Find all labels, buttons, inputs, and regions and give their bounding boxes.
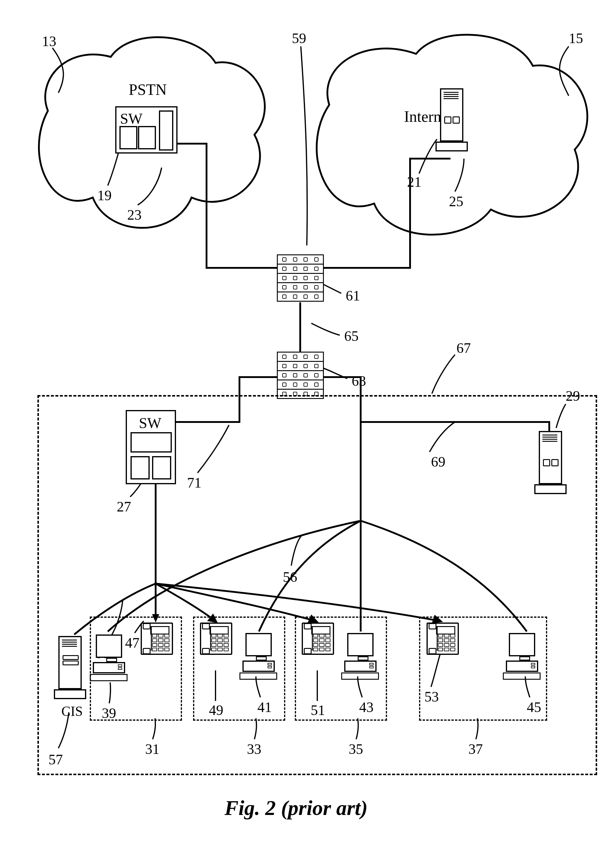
- ref-13: 13: [42, 33, 56, 49]
- pstn-switch: SW: [115, 106, 177, 154]
- ref-59: 59: [292, 30, 306, 46]
- phone-53: [427, 623, 459, 655]
- pstn-sw-label: SW: [120, 110, 142, 127]
- call-center-switch: SW: [126, 410, 176, 484]
- cc-sw-label: SW: [139, 414, 161, 432]
- router-1: [277, 254, 324, 302]
- cis-server: [59, 636, 79, 699]
- ref-67: 67: [456, 340, 471, 356]
- pc-39: [96, 634, 128, 681]
- ref-65: 65: [344, 328, 359, 344]
- diagram-canvas: PSTN Internet 13 15 59 19 23 21 25 61 65…: [6, 6, 616, 841]
- ref-63: 63: [352, 373, 366, 389]
- ref-15: 15: [569, 30, 583, 46]
- ref-25: 25: [449, 193, 463, 210]
- ref-61: 61: [346, 287, 360, 304]
- phone-51: [302, 623, 334, 655]
- figure-caption: Fig. 2 (prior art): [224, 796, 368, 820]
- pc-41: [245, 633, 277, 680]
- router-2: [277, 352, 324, 399]
- internet-server: [440, 88, 461, 151]
- ref-23: 23: [127, 207, 142, 223]
- cis-label: CIS: [62, 703, 83, 719]
- ref-21: 21: [407, 174, 421, 190]
- ref-19: 19: [97, 187, 111, 204]
- pc-43: [347, 633, 379, 680]
- call-center-server: [539, 431, 560, 494]
- pc-45: [509, 633, 541, 680]
- phone-47: [141, 623, 173, 655]
- phone-49: [200, 623, 232, 655]
- pstn-label: PSTN: [129, 81, 167, 98]
